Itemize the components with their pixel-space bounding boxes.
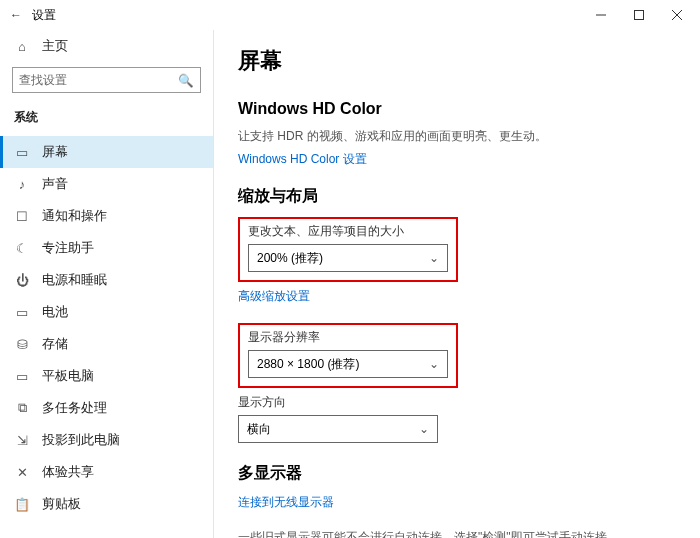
- sidebar-item-label: 投影到此电脑: [42, 432, 120, 449]
- search-icon: 🔍: [178, 73, 194, 88]
- chevron-down-icon: ⌄: [429, 357, 439, 371]
- orientation-value: 横向: [247, 421, 271, 438]
- svg-rect-1: [635, 11, 644, 20]
- sidebar-item-4[interactable]: ⏻电源和睡眠: [0, 264, 213, 296]
- tablet-icon: ▭: [14, 369, 30, 384]
- clipboard-icon: 📋: [14, 497, 30, 512]
- resolution-label: 显示器分辨率: [248, 329, 448, 346]
- notifications-icon: ☐: [14, 209, 30, 224]
- sidebar-item-0[interactable]: ▭屏幕: [0, 136, 213, 168]
- chevron-down-icon: ⌄: [429, 251, 439, 265]
- minimize-button[interactable]: [582, 0, 620, 30]
- multi-heading: 多显示器: [238, 463, 700, 484]
- storage-icon: ⛁: [14, 337, 30, 352]
- sidebar-home-label: 主页: [42, 38, 68, 55]
- sidebar-item-label: 剪贴板: [42, 496, 81, 513]
- sidebar-item-5[interactable]: ▭电池: [0, 296, 213, 328]
- sidebar-item-label: 电源和睡眠: [42, 272, 107, 289]
- sidebar-item-1[interactable]: ♪声音: [0, 168, 213, 200]
- power-icon: ⏻: [14, 273, 30, 288]
- sidebar-item-9[interactable]: ⇲投影到此电脑: [0, 424, 213, 456]
- window-title: 设置: [28, 7, 56, 24]
- sidebar-item-label: 平板电脑: [42, 368, 94, 385]
- sidebar-item-8[interactable]: ⧉多任务处理: [0, 392, 213, 424]
- sidebar-item-label: 多任务处理: [42, 400, 107, 417]
- multitasking-icon: ⧉: [14, 400, 30, 416]
- wireless-display-link[interactable]: 连接到无线显示器: [238, 494, 700, 511]
- sidebar-item-label: 声音: [42, 176, 68, 193]
- sidebar-item-10[interactable]: ✕体验共享: [0, 456, 213, 488]
- sidebar-item-2[interactable]: ☐通知和操作: [0, 200, 213, 232]
- text-size-value: 200% (推荐): [257, 250, 323, 267]
- sidebar-item-label: 存储: [42, 336, 68, 353]
- chevron-down-icon: ⌄: [419, 422, 429, 436]
- orientation-dropdown[interactable]: 横向 ⌄: [238, 415, 438, 443]
- highlight-text-size: 更改文本、应用等项目的大小 200% (推荐) ⌄: [238, 217, 458, 282]
- shared-icon: ✕: [14, 465, 30, 480]
- search-placeholder: 查找设置: [19, 72, 178, 89]
- page-title: 屏幕: [238, 46, 700, 76]
- sidebar-item-3[interactable]: ☾专注助手: [0, 232, 213, 264]
- search-input[interactable]: 查找设置 🔍: [12, 67, 201, 93]
- resolution-dropdown[interactable]: 2880 × 1800 (推荐) ⌄: [248, 350, 448, 378]
- sidebar-item-label: 体验共享: [42, 464, 94, 481]
- hdcolor-heading: Windows HD Color: [238, 100, 700, 118]
- sidebar-item-7[interactable]: ▭平板电脑: [0, 360, 213, 392]
- maximize-button[interactable]: [620, 0, 658, 30]
- main-content: 屏幕 Windows HD Color 让支持 HDR 的视频、游戏和应用的画面…: [214, 30, 700, 538]
- text-size-dropdown[interactable]: 200% (推荐) ⌄: [248, 244, 448, 272]
- close-button[interactable]: [658, 0, 696, 30]
- sidebar-item-label: 电池: [42, 304, 68, 321]
- hdcolor-link[interactable]: Windows HD Color 设置: [238, 151, 700, 168]
- focus-assist-icon: ☾: [14, 241, 30, 256]
- sidebar-item-label: 专注助手: [42, 240, 94, 257]
- sidebar-item-label: 通知和操作: [42, 208, 107, 225]
- detect-desc: 一些旧式显示器可能不会进行自动连接，选择"检测"即可尝试手动连接。: [238, 529, 700, 538]
- highlight-resolution: 显示器分辨率 2880 × 1800 (推荐) ⌄: [238, 323, 458, 388]
- battery-icon: ▭: [14, 305, 30, 320]
- orientation-label: 显示方向: [238, 394, 700, 411]
- scale-heading: 缩放与布局: [238, 186, 700, 207]
- advanced-scaling-link[interactable]: 高级缩放设置: [238, 288, 700, 305]
- sidebar-home[interactable]: ⌂ 主页: [0, 30, 213, 65]
- text-size-label: 更改文本、应用等项目的大小: [248, 223, 448, 240]
- sidebar-item-label: 屏幕: [42, 144, 68, 161]
- sidebar-item-11[interactable]: 📋剪贴板: [0, 488, 213, 520]
- project-icon: ⇲: [14, 433, 30, 448]
- sidebar-category: 系统: [0, 103, 213, 136]
- sidebar: ⌂ 主页 查找设置 🔍 系统 ▭屏幕♪声音☐通知和操作☾专注助手⏻电源和睡眠▭电…: [0, 30, 214, 538]
- resolution-value: 2880 × 1800 (推荐): [257, 356, 359, 373]
- sidebar-item-6[interactable]: ⛁存储: [0, 328, 213, 360]
- sound-icon: ♪: [14, 177, 30, 192]
- hdcolor-desc: 让支持 HDR 的视频、游戏和应用的画面更明亮、更生动。: [238, 128, 700, 145]
- home-icon: ⌂: [14, 40, 30, 54]
- display-icon: ▭: [14, 145, 30, 160]
- back-button[interactable]: ←: [4, 8, 28, 22]
